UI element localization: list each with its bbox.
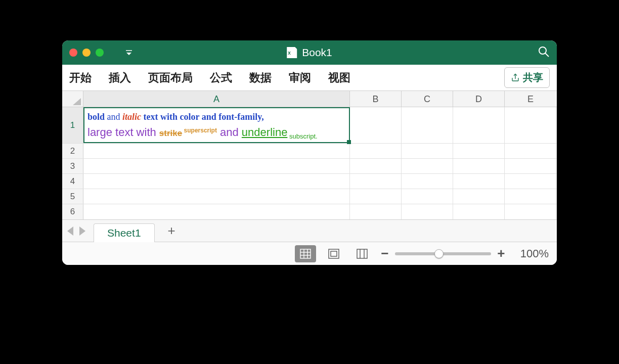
search-icon[interactable]: [538, 46, 550, 60]
svg-rect-11: [331, 251, 337, 256]
cell-c1[interactable]: [402, 107, 453, 143]
tab-home[interactable]: 开始: [69, 70, 92, 85]
cell-a5[interactable]: [83, 189, 350, 204]
view-page-break-icon[interactable]: [351, 245, 373, 262]
tab-page-layout[interactable]: 页面布局: [148, 70, 193, 85]
tab-insert[interactable]: 插入: [109, 70, 131, 85]
rich-underline: underline: [242, 126, 288, 139]
share-button[interactable]: 共享: [504, 67, 550, 88]
col-header-c[interactable]: C: [402, 91, 453, 107]
close-icon[interactable]: [69, 49, 77, 57]
zoom-in-button[interactable]: +: [496, 246, 506, 261]
rich-subscript: subscript.: [287, 132, 317, 140]
svg-point-2: [539, 47, 546, 54]
tab-data[interactable]: 数据: [249, 70, 272, 85]
cell-e1[interactable]: [505, 107, 556, 143]
cell-a1[interactable]: bold and italic text with color and font…: [83, 107, 350, 143]
cell-b6[interactable]: [350, 204, 402, 219]
cell-a6[interactable]: [83, 204, 350, 219]
row-header-2[interactable]: 2: [62, 144, 83, 158]
row-4: 4: [62, 174, 557, 189]
cell-e3[interactable]: [505, 159, 556, 173]
col-header-e[interactable]: E: [505, 91, 556, 107]
quick-access-menu-icon[interactable]: [124, 49, 134, 56]
zoom-level[interactable]: 100%: [520, 247, 549, 260]
document-title: x Book1: [287, 47, 332, 59]
svg-line-3: [545, 53, 549, 57]
share-label: 共享: [523, 71, 543, 84]
select-all-corner[interactable]: [62, 91, 83, 107]
cell-d5[interactable]: [453, 189, 505, 204]
row-header-1[interactable]: 1: [62, 107, 83, 143]
cell-a3[interactable]: [83, 159, 350, 173]
row-header-5[interactable]: 5: [62, 189, 83, 204]
tab-review[interactable]: 审阅: [289, 70, 311, 85]
excel-file-icon: x: [287, 47, 297, 58]
prev-sheet-icon[interactable]: [67, 226, 73, 236]
row-2: 2: [62, 144, 557, 159]
rich-strike: strike: [159, 128, 182, 138]
column-headers: A B C D E: [62, 91, 557, 107]
cell-c2[interactable]: [402, 144, 453, 158]
cell-c6[interactable]: [402, 204, 453, 219]
cell-c3[interactable]: [402, 159, 453, 173]
row-6: 6: [62, 204, 557, 219]
app-window: x Book1 开始 插入 页面布局 公式 数据 审阅 视图 共享 A B C …: [62, 40, 557, 265]
cell-d1[interactable]: [453, 107, 505, 143]
row-5: 5: [62, 189, 557, 204]
cell-e4[interactable]: [505, 174, 556, 189]
view-page-layout-icon[interactable]: [323, 245, 344, 262]
row-header-4[interactable]: 4: [62, 174, 83, 189]
status-bar: − + 100%: [62, 242, 557, 265]
svg-rect-5: [300, 249, 311, 258]
rich-and1: and: [105, 112, 122, 122]
svg-rect-10: [329, 249, 339, 258]
cell-c4[interactable]: [402, 174, 453, 189]
view-normal-icon[interactable]: [295, 245, 316, 262]
cell-b5[interactable]: [350, 189, 402, 204]
cell-d6[interactable]: [453, 204, 505, 219]
rich-italic: italic: [122, 112, 141, 122]
col-header-a[interactable]: A: [83, 91, 350, 107]
col-header-d[interactable]: D: [453, 91, 505, 107]
add-sheet-button[interactable]: +: [158, 223, 186, 239]
row-header-3[interactable]: 3: [62, 159, 83, 173]
next-sheet-icon[interactable]: [79, 226, 85, 236]
zoom-slider[interactable]: [395, 252, 491, 255]
cell-e6[interactable]: [505, 204, 556, 219]
cell-d4[interactable]: [453, 174, 505, 189]
col-header-b[interactable]: B: [350, 91, 402, 107]
row-header-6[interactable]: 6: [62, 204, 83, 219]
svg-rect-12: [357, 249, 367, 258]
title-text: Book1: [302, 47, 332, 59]
cell-b4[interactable]: [350, 174, 402, 189]
cell-a2[interactable]: [83, 144, 350, 158]
tab-formulas[interactable]: 公式: [210, 70, 232, 85]
window-controls: [69, 49, 104, 57]
sheet-tab-1[interactable]: Sheet1: [94, 223, 155, 242]
cell-e2[interactable]: [505, 144, 556, 158]
titlebar: x Book1: [62, 40, 557, 65]
zoom-out-button[interactable]: −: [380, 246, 390, 261]
maximize-icon[interactable]: [96, 49, 104, 57]
cell-e5[interactable]: [505, 189, 556, 204]
rich-rest1: text with color and font-family,: [141, 112, 264, 122]
cell-d2[interactable]: [453, 144, 505, 158]
cell-a4[interactable]: [83, 174, 350, 189]
fill-handle[interactable]: [347, 140, 351, 144]
share-icon: [511, 73, 520, 82]
rich-large: large text with: [87, 126, 159, 139]
row-1: 1 bold and italic text with color and fo…: [62, 107, 557, 144]
cell-b1[interactable]: [350, 107, 402, 143]
cell-d3[interactable]: [453, 159, 505, 173]
cell-b3[interactable]: [350, 159, 402, 173]
spreadsheet-grid: A B C D E 1 bold and italic text with co…: [62, 91, 557, 219]
zoom-slider-thumb[interactable]: [434, 249, 444, 258]
tab-view[interactable]: 视图: [328, 70, 350, 85]
cell-c5[interactable]: [402, 189, 453, 204]
minimize-icon[interactable]: [82, 49, 91, 57]
svg-marker-1: [126, 53, 131, 55]
ribbon-tabs: 开始 插入 页面布局 公式 数据 审阅 视图 共享: [62, 65, 557, 91]
sheet-tab-bar: Sheet1 +: [62, 219, 557, 242]
cell-b2[interactable]: [350, 144, 402, 158]
